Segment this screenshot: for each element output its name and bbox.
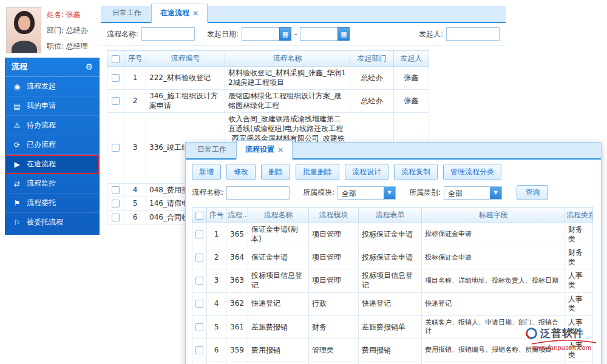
- sidebar-item-process-delegate[interactable]: ⚑ 流程委托: [5, 194, 100, 213]
- back-tab-daily-work[interactable]: 日常工作: [104, 4, 150, 22]
- date-to-input[interactable]: [300, 27, 337, 41]
- sidebar-item-label: 在途流程: [27, 159, 56, 169]
- date-from-input[interactable]: [242, 27, 279, 41]
- sidebar-item-process-monitor[interactable]: ⇄ 流程监控: [5, 174, 100, 194]
- cell-title-fields: 项目名称、详细地址、投标负责人、投标日期: [422, 269, 565, 292]
- select-all-checkbox[interactable]: [195, 212, 203, 220]
- col-header-process-category: 流程类别: [565, 207, 593, 223]
- row-checkbox[interactable]: [195, 231, 203, 238]
- back-tab-bar: 日常工作 在途流程 ×: [101, 6, 506, 23]
- row-checkbox[interactable]: [112, 214, 120, 221]
- cell-process-code: 359: [226, 339, 248, 362]
- process-name-label: 流程名称:: [192, 187, 223, 198]
- col-header-process-form: 流程表单: [359, 207, 422, 223]
- front-tab-bar: 日常工作 流程设置 ×: [186, 143, 601, 160]
- process-name-input[interactable]: [141, 27, 195, 41]
- close-icon[interactable]: ×: [277, 146, 283, 153]
- sidebar-item-label: 我的申请: [27, 101, 56, 111]
- row-checkbox[interactable]: [195, 323, 203, 331]
- sidebar-item-my-requests[interactable]: ▤ 我的申请: [5, 96, 100, 116]
- cell-process-form: 投标保证金申请: [359, 246, 422, 269]
- cell-process-name: 快递登记: [248, 292, 309, 315]
- cell-process-form: 快递登记: [359, 292, 422, 315]
- cell-process-code: 362: [226, 292, 248, 315]
- sidebar-item-in-transit-processes[interactable]: ▶ 在途流程: [5, 155, 100, 174]
- col-header-process-code: 流程编号: [146, 51, 225, 67]
- row-checkbox[interactable]: [112, 186, 120, 194]
- initiator-input[interactable]: [446, 27, 500, 41]
- process-copy-button[interactable]: 流程复制: [394, 164, 438, 180]
- row-checkbox[interactable]: [112, 200, 120, 207]
- table-row[interactable]: 1 365 保证金申请(副本) 项目管理 投标保证金申请 投标保证金申请 财务类: [192, 223, 593, 246]
- cell-no: 1: [124, 67, 146, 90]
- row-checkbox[interactable]: [112, 144, 120, 152]
- back-tab-in-transit[interactable]: 在途流程 ×: [151, 4, 208, 23]
- delete-button[interactable]: 删除: [261, 164, 290, 180]
- chevron-down-icon: ▼: [490, 187, 501, 199]
- query-button[interactable]: 查询: [517, 185, 548, 200]
- cell-process-code: 358: [226, 362, 248, 364]
- cell-process-code: 364: [226, 246, 248, 269]
- add-button[interactable]: 新增: [192, 164, 221, 180]
- row-checkbox[interactable]: [195, 300, 203, 308]
- table-row[interactable]: 4 362 快递登记 行政 快递登记 快递登记 人事类: [192, 292, 593, 315]
- row-checkbox[interactable]: [112, 97, 120, 105]
- table-row[interactable]: 7 358 项目线索 项目管理 项目线索备案 详细地址 人事类: [192, 362, 593, 364]
- sidebar-item-process-initiate[interactable]: ◉ 流程发起: [5, 77, 100, 96]
- close-icon[interactable]: ×: [192, 10, 198, 17]
- cell-no: 6: [207, 339, 226, 362]
- cell-title-fields: 详细地址: [422, 362, 565, 364]
- profile-name: 姓名: 张鑫: [47, 10, 88, 20]
- cell-process-name: 晟铭园林绿化工程组织设计方案_晟铭园林绿化工程: [225, 90, 350, 113]
- select-all-checkbox[interactable]: [112, 55, 120, 63]
- front-tab-daily-work[interactable]: 日常工作: [189, 141, 235, 158]
- col-header-start-dept: 发起部门: [350, 51, 394, 67]
- delegate-icon: ⚑: [13, 199, 21, 207]
- row-checkbox[interactable]: [112, 74, 120, 82]
- cell-process-form: 差旅费报销单: [359, 315, 422, 339]
- front-tab-process-settings[interactable]: 流程设置 ×: [236, 140, 293, 160]
- sidebar-item-label: 被委托流程: [27, 217, 63, 228]
- table-row[interactable]: 6 359 费用报销 管理类 费用报销 费用报销、报销编号、报销名称、所属项目 …: [192, 339, 593, 362]
- sidebar-item-finished-processes[interactable]: ⟳ 已办流程: [5, 135, 100, 155]
- cell-start-dept: 总经办: [350, 67, 394, 90]
- manage-process-category-button[interactable]: 管理流程分类: [443, 164, 501, 180]
- table-row[interactable]: 2 364 保证金申请 项目管理 投标保证金申请 投标保证金申请 财务类: [192, 246, 593, 269]
- category-select-value: 全部: [444, 187, 490, 199]
- initiator-label: 发起人:: [419, 29, 443, 39]
- module-select[interactable]: 全部 ▼: [337, 186, 396, 200]
- table-row[interactable]: 2 346_施工组织设计方案申请 晟铭园林绿化工程组织设计方案_晟铭园林绿化工程…: [107, 90, 429, 113]
- cell-title-fields: 投标保证金申请: [422, 223, 565, 246]
- row-checkbox[interactable]: [195, 254, 203, 261]
- process-design-button[interactable]: 流程设计: [345, 164, 388, 180]
- cell-title-fields: 关联客户、报销人、申请日期、部门、报销合计: [422, 315, 565, 339]
- table-row[interactable]: 3 363 投标项目信息登记 项目管理 投标项目信息登记 项目名称、详细地址、投…: [192, 269, 593, 292]
- cell-no: 2: [124, 90, 146, 113]
- calendar-icon[interactable]: ▦: [279, 27, 291, 41]
- table-row[interactable]: 1 222_材料验收登记 材料验收登记_材料采购_张鑫_华润12城房建工程项目 …: [107, 67, 429, 90]
- cell-process-form: 投标保证金申请: [359, 223, 422, 246]
- cell-no: 3: [124, 113, 146, 183]
- calendar-icon[interactable]: ▦: [337, 27, 350, 41]
- start-date-label: 发起日期:: [207, 29, 239, 39]
- process-name-input[interactable]: [226, 186, 290, 200]
- cell-process-category: 人事类: [565, 315, 593, 339]
- gear-icon[interactable]: ⚙: [85, 62, 93, 72]
- table-row[interactable]: 5 361 差旅费报销 财务 差旅费报销单 关联客户、报销人、申请日期、部门、报…: [192, 315, 593, 339]
- cell-title-fields: 费用报销、报销编号、报销名称、所属项目: [422, 339, 565, 362]
- cell-process-form: 费用报销: [359, 339, 422, 362]
- tab-label: 在途流程: [160, 8, 189, 18]
- sidebar-item-pending-processes[interactable]: ⚠ 待办流程: [5, 116, 100, 135]
- batch-delete-button[interactable]: 批量删除: [296, 164, 339, 180]
- cell-process-name: 投标项目信息登记: [248, 269, 309, 292]
- cell-process-category: 人事类: [565, 362, 593, 364]
- row-checkbox[interactable]: [195, 277, 203, 285]
- category-select[interactable]: 全部 ▼: [444, 186, 502, 200]
- cell-process-module: 行政: [309, 292, 359, 315]
- cell-no: 5: [207, 315, 226, 339]
- modify-button[interactable]: 修改: [226, 164, 256, 180]
- row-checkbox[interactable]: [195, 346, 203, 354]
- cell-no: 7: [207, 362, 226, 364]
- sidebar-item-delegated-processes[interactable]: ⚐ 被委托流程: [5, 213, 100, 232]
- cell-process-module: 财务: [309, 315, 359, 339]
